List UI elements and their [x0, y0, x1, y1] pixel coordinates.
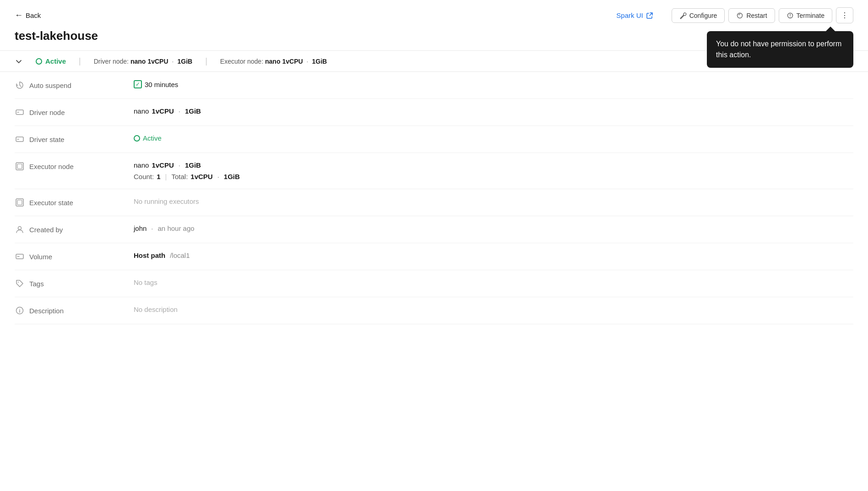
executor-state-value: No running executors [134, 197, 853, 205]
executor-node-value: nano 1vCPU · 1GiB Count: 1 | Total: 1vCP… [134, 161, 240, 180]
description-row: Description No description [15, 297, 853, 324]
spark-ui-link[interactable]: Spark UI [616, 11, 653, 19]
wrench-icon [679, 12, 687, 19]
separator-2: | [205, 56, 207, 66]
external-link-icon [646, 12, 653, 19]
svg-point-16 [19, 309, 20, 310]
back-label: Back [26, 11, 41, 19]
description-label: Description [15, 306, 134, 316]
svg-point-11 [18, 227, 22, 230]
tags-value: No tags [134, 278, 853, 286]
dot-2: · [307, 58, 309, 65]
collapse-button[interactable] [15, 57, 23, 65]
driver-state-label: Driver state [15, 134, 134, 144]
tooltip: You do not have permission to perform th… [707, 31, 853, 68]
executor-state-label: Executor state [15, 197, 134, 207]
auto-suspend-icon [15, 80, 25, 90]
executor-cpu: 1vCPU [282, 58, 303, 65]
back-arrow-icon: ← [15, 11, 23, 20]
driver-node-row: Driver node nano 1vCPU · 1GiB [15, 99, 853, 126]
active-status: Active [36, 57, 66, 65]
active-label: Active [45, 57, 66, 65]
executor-node-row: Executor node nano 1vCPU · 1GiB Count: 1… [15, 153, 853, 189]
driver-node-label: Driver node: [94, 58, 129, 65]
dot-1: · [172, 58, 174, 65]
driver-state-value: Active [134, 134, 853, 142]
restart-button[interactable]: Restart [728, 8, 775, 23]
page: ← Back Spark UI Configure [0, 0, 868, 491]
back-button[interactable]: ← Back [15, 11, 41, 20]
created-by-icon [15, 224, 25, 235]
executor-node-type: nano [265, 58, 280, 65]
executor-ram: 1GiB [312, 58, 327, 65]
terminate-button[interactable]: Terminate [779, 8, 832, 23]
created-by-row: Created by john · an hour ago [15, 216, 853, 243]
info-icon [15, 306, 25, 316]
tooltip-arrow [826, 27, 835, 31]
executor-node-icon [15, 161, 25, 171]
driver-ram: 1GiB [177, 58, 192, 65]
restart-icon [736, 12, 743, 19]
created-by-value: john · an hour ago [134, 224, 853, 232]
auto-suspend-label: Auto suspend [15, 80, 134, 90]
auto-suspend-row: Auto suspend ✓ 30 minutes [15, 72, 853, 99]
created-by-label: Created by [15, 224, 134, 235]
configure-label: Configure [689, 12, 717, 19]
driver-state-icon [15, 134, 25, 144]
header-actions: Configure Restart Terminate ⋮ [672, 7, 853, 23]
more-button[interactable]: ⋮ [836, 7, 853, 23]
tooltip-text: You do not have permission to perform th… [716, 40, 841, 59]
more-icon: ⋮ [841, 11, 848, 20]
volume-value: Host path /local1 [134, 251, 853, 259]
executor-node-label: Executor node: [220, 58, 263, 65]
svg-point-14 [18, 282, 19, 283]
volume-icon [15, 251, 25, 262]
configure-button[interactable]: Configure [672, 8, 725, 23]
driver-node-label-cell: Driver node [15, 107, 134, 117]
spark-ui-label: Spark UI [616, 11, 643, 19]
description-value: No description [134, 306, 853, 313]
executor-state-row: Executor state No running executors [15, 189, 853, 216]
tags-icon [15, 278, 25, 289]
svg-rect-8 [17, 164, 22, 169]
details-section: Auto suspend ✓ 30 minutes Driver node na… [0, 72, 868, 324]
executor-state-icon [15, 197, 25, 207]
driver-state-row: Driver state Active [15, 126, 853, 153]
driver-active-dot [134, 135, 140, 142]
chevron-down-icon [15, 57, 23, 65]
driver-cpu: 1vCPU [147, 58, 168, 65]
volume-label: Volume [15, 251, 134, 262]
auto-suspend-value: ✓ 30 minutes [134, 80, 853, 88]
driver-node-value: nano 1vCPU · 1GiB [134, 107, 853, 115]
driver-node-type: nano [130, 58, 146, 65]
separator-1: | [79, 56, 81, 66]
driver-node-info: Driver node: nano 1vCPU · 1GiB [94, 58, 192, 65]
executor-node-label-cell: Executor node [15, 161, 134, 171]
active-dot-icon [36, 58, 42, 65]
terminate-icon [787, 12, 794, 19]
volume-row: Volume Host path /local1 [15, 243, 853, 270]
tags-label: Tags [15, 278, 134, 289]
svg-point-2 [790, 16, 791, 17]
header: ← Back Spark UI Configure [0, 0, 868, 27]
terminate-label: Terminate [797, 12, 825, 19]
tags-row: Tags No tags [15, 270, 853, 297]
executor-node-info: Executor node: nano 1vCPU · 1GiB [220, 58, 327, 65]
restart-label: Restart [746, 12, 767, 19]
checkbox-icon: ✓ [134, 80, 142, 88]
svg-rect-10 [17, 200, 22, 205]
driver-node-icon [15, 107, 25, 117]
